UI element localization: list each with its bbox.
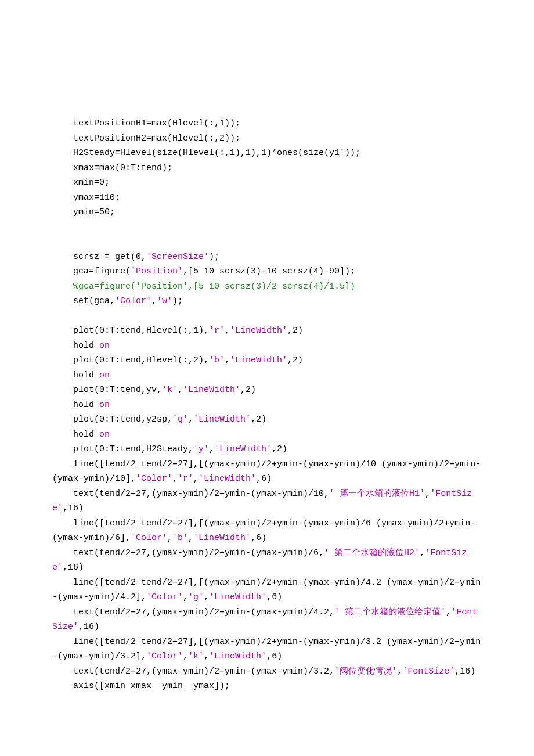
code-token: plot(0:T:tend,Hlevel(:,1), (73, 326, 209, 336)
code-token: , (209, 444, 214, 454)
code-token: 'Color' (146, 651, 183, 661)
code-token: 'LineWidth' (230, 355, 287, 365)
document-page: textPositionH1=max(Hlevel(:,1));textPosi… (0, 0, 534, 756)
code-token: 'LineWidth' (193, 533, 251, 543)
code-token: , (225, 326, 230, 336)
code-token: on (99, 400, 110, 410)
code-token: 'Color' (131, 533, 167, 543)
code-token: 'r' (178, 474, 193, 484)
code-token: gca=figure( (73, 267, 131, 276)
code-token: text(tend/2+27,(ymax-ymin)/2+ymin-(ymax-… (52, 667, 334, 676)
code-token: axis([xmin xmax ymin ymax]); (73, 681, 230, 691)
code-token: on (99, 341, 110, 351)
code-line: plot(0:T:tend,y2sp,'g','LineWidth',2) (52, 412, 482, 427)
code-line: plot(0:T:tend,yv,'k','LineWidth',2) (52, 383, 482, 398)
code-token: ' 第二个水箱的液位给定值' (334, 607, 446, 617)
code-token: set(gca, (73, 296, 115, 306)
code-token: 'r' (209, 326, 225, 336)
code-token: , (172, 474, 178, 484)
code-token: text(tend/2+27,(ymax-ymin)/2+ymin-(ymax-… (52, 489, 329, 499)
code-line: hold on (52, 368, 482, 383)
code-token: ,16) (63, 563, 84, 573)
code-token: 'LineWidth' (209, 592, 266, 602)
code-token: plot(0:T:tend,H2Steady, (73, 444, 193, 454)
code-token: ,16) (63, 503, 84, 513)
code-line: set(gca,'Color','w'); (52, 294, 482, 309)
code-token: 'FontSize' (402, 667, 454, 676)
code-token: plot(0:T:tend,Hlevel(:,2), (73, 355, 209, 365)
code-token: , (425, 489, 430, 499)
code-token: H2Steady=Hlevel(size(Hlevel(:,1),1),1)*o… (73, 148, 360, 158)
code-token: , (446, 607, 451, 617)
code-line: textPositionH2=max(Hlevel(:,2)); (52, 131, 482, 146)
code-token: ymax=110; (73, 193, 120, 203)
code-token: 'k' (188, 651, 204, 661)
code-line: axis([xmin xmax ymin ymax]); (52, 679, 482, 694)
code-block: textPositionH1=max(Hlevel(:,1));textPosi… (52, 116, 482, 694)
code-token: ,2) (251, 415, 266, 424)
code-line: ymax=110; (52, 190, 482, 206)
code-token: ,2) (240, 385, 256, 395)
code-token: 'ScreenSize' (146, 252, 209, 262)
code-token: ,16) (78, 622, 99, 632)
code-token: 'g' (172, 415, 188, 424)
code-token: %gca=figure('Position',[5 10 scrsz(3)/2 … (73, 282, 355, 291)
code-token: ,6) (256, 474, 272, 484)
code-token: on (99, 430, 110, 440)
code-token: ymin=50; (73, 207, 115, 217)
code-line: H2Steady=Hlevel(size(Hlevel(:,1),1),1)*o… (52, 146, 482, 161)
code-line: line([tend/2 tend/2+27],[(ymax-ymin)/2+y… (52, 575, 482, 605)
code-token: ,16) (454, 667, 475, 676)
code-line: ymin=50; (52, 205, 482, 220)
code-line: text(tend/2+27,(ymax-ymin)/2+ymin-(ymax-… (52, 605, 482, 635)
code-token: on (99, 370, 110, 380)
code-token: textPositionH1=max(Hlevel(:,1)); (73, 118, 240, 128)
code-line: text(tend/2+27,(ymax-ymin)/2+ymin-(ymax-… (52, 664, 482, 679)
code-line: line([tend/2 tend/2+27],[(ymax-ymin)/2+y… (52, 457, 482, 487)
code-token: , (188, 415, 193, 424)
code-token: plot(0:T:tend,y2sp, (73, 415, 172, 424)
code-line (52, 235, 482, 250)
code-token: hold (73, 341, 99, 351)
code-token: 'LineWidth' (193, 415, 251, 424)
code-token: xmin=0; (73, 178, 110, 188)
code-token: , (183, 651, 188, 661)
code-token: hold (73, 400, 99, 410)
code-token: 'LineWidth' (214, 444, 272, 454)
code-token: , (183, 592, 188, 602)
code-token: text(tend/2+27,(ymax-ymin)/2+ymin-(ymax-… (52, 607, 334, 617)
code-line: line([tend/2 tend/2+27],[(ymax-ymin)/2+y… (52, 516, 482, 546)
code-line (52, 309, 482, 324)
code-token: ,6) (266, 592, 282, 602)
code-token: 'y' (193, 444, 209, 454)
code-token: 'b' (209, 355, 225, 365)
code-line: line([tend/2 tend/2+27],[(ymax-ymin)/2+y… (52, 635, 482, 664)
code-token: ); (209, 252, 219, 262)
code-token: 'LineWidth' (209, 651, 266, 661)
code-token: hold (73, 370, 99, 380)
code-token: text(tend/2+27,(ymax-ymin)/2+ymin-(ymax-… (52, 548, 324, 558)
code-token: , (204, 592, 209, 602)
code-token: , (397, 667, 402, 676)
code-token: ,2) (287, 355, 303, 365)
code-line: %gca=figure('Position',[5 10 scrsz(3)/2 … (52, 279, 482, 294)
code-token: ,6) (251, 533, 266, 543)
code-token: ,6) (266, 651, 282, 661)
code-token: 'k' (162, 385, 178, 395)
code-token: textPositionH2=max(Hlevel(:,2)); (73, 134, 240, 143)
code-line: plot(0:T:tend,Hlevel(:,1),'r','LineWidth… (52, 323, 482, 339)
code-token: , (167, 533, 172, 543)
code-token: ,2) (287, 326, 303, 336)
code-line: hold on (52, 427, 482, 442)
code-token: 'w' (157, 296, 172, 306)
code-line: hold on (52, 398, 482, 413)
code-token: ,2) (272, 444, 287, 454)
code-token: , (193, 474, 199, 484)
code-token: , (151, 296, 157, 306)
code-token: , (178, 385, 183, 395)
code-token: 'LineWidth' (183, 385, 240, 395)
code-token: xmax=max(0:T:tend); (73, 163, 172, 173)
code-line: plot(0:T:tend,Hlevel(:,2),'b','LineWidth… (52, 353, 482, 368)
code-token: plot(0:T:tend,yv, (73, 385, 162, 395)
code-token: ); (172, 296, 183, 306)
